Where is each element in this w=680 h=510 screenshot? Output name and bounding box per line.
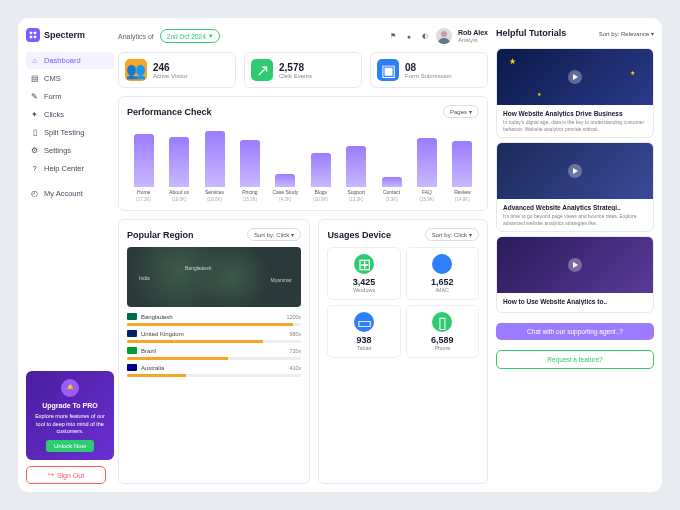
user-info: Rob Alex Analyst	[458, 29, 488, 43]
flag-icon	[127, 364, 137, 371]
device-phone: ▯6,589Phone	[406, 305, 479, 358]
play-icon	[568, 70, 582, 84]
sidebar-item-label: Split Testing	[44, 128, 84, 137]
sidebar-item-label: My Account	[44, 189, 83, 198]
play-icon	[568, 164, 582, 178]
cms-icon: ▤	[30, 74, 39, 83]
sidebar-item-label: CMS	[44, 74, 61, 83]
tutorial-image	[497, 237, 653, 293]
sidebar-item-label: Dashboard	[44, 56, 81, 65]
device-sort[interactable]: Sort by: Click ▾	[425, 228, 479, 241]
chart-filter[interactable]: Pages▾	[443, 105, 479, 118]
sidebar-item-clicks[interactable]: ✦Clicks	[26, 106, 114, 123]
bar-review[interactable]: Review(14.8K)	[446, 141, 479, 202]
split-icon: ▯	[30, 128, 39, 137]
flag-icon	[127, 313, 137, 320]
svg-point-5	[438, 38, 450, 44]
apple-icon	[432, 254, 452, 274]
sidebar-item-label: Clicks	[44, 110, 64, 119]
unlock-button[interactable]: Unlock Now	[46, 440, 94, 452]
analytics-label: Analytics of	[118, 33, 154, 40]
signout-icon: ↪	[48, 471, 54, 479]
promo-title: Upgrade To PRO	[32, 401, 108, 411]
stat-click-events: ↗2,578Click Events	[244, 52, 362, 88]
bar-home[interactable]: Home(17.2K)	[127, 134, 160, 202]
region-row: United Kingdom980x	[127, 330, 301, 343]
flag-icon[interactable]: ⚑	[388, 31, 398, 41]
flag-icon	[127, 347, 137, 354]
bar-contact[interactable]: Contact(3.3K)	[375, 177, 408, 202]
svg-rect-2	[30, 36, 32, 38]
upgrade-promo: 🔔 Upgrade To PRO Explore more features o…	[26, 371, 114, 460]
notification-icon[interactable]: ●	[404, 31, 414, 41]
windows-icon: ⊞	[354, 254, 374, 274]
settings-icon: ⚙	[30, 146, 39, 155]
bar-blogs[interactable]: Blogs(10.9K)	[304, 153, 337, 202]
performance-card: Performance Check Pages▾ Home(17.2K)Abou…	[118, 96, 488, 211]
sidebar-item-form[interactable]: ✎Form	[26, 88, 114, 105]
device-tablet: ▭938Tablet	[327, 305, 400, 358]
svg-rect-0	[30, 32, 32, 34]
request-feature-button[interactable]: Request a feature?	[496, 350, 654, 369]
sign-out-button[interactable]: ↪ Sign Out	[26, 466, 106, 484]
region-row: Bangladesh1200x	[127, 313, 301, 326]
play-icon	[568, 258, 582, 272]
device-windows: ⊞3,425Windows	[327, 247, 400, 300]
theme-icon[interactable]: ◐	[420, 31, 430, 41]
svg-rect-3	[34, 36, 36, 38]
svg-point-4	[441, 31, 447, 37]
stat-active-visitor: 👥246Active Visitor	[118, 52, 236, 88]
chevron-down-icon: ▾	[209, 32, 213, 40]
region-row: Brazil720x	[127, 347, 301, 360]
sidebar-item-help-center[interactable]: ?Help Center	[26, 160, 114, 177]
tutorial-card[interactable]: ★★★How Website Analytics Drive BusinessI…	[496, 48, 654, 138]
tutorials-sort[interactable]: Sort by: Relevance ▾	[599, 30, 654, 37]
flag-icon	[127, 330, 137, 337]
bar-about-us[interactable]: About us(16.0K)	[162, 137, 195, 202]
devices-card: Usages Device Sort by: Click ▾ ⊞3,425Win…	[318, 219, 488, 484]
sidebar-item-label: Settings	[44, 146, 71, 155]
chevron-down-icon: ▾	[469, 108, 472, 115]
chat-button[interactable]: Chat with our supporting agent..?	[496, 323, 654, 340]
tablet-icon: ▭	[354, 312, 374, 332]
bar-services[interactable]: Services(18.0K)	[198, 131, 231, 202]
logo-icon	[26, 28, 40, 42]
bar-pricing[interactable]: Pricing(15.2K)	[233, 140, 266, 202]
region-row: Australia410x	[127, 364, 301, 377]
sidebar-item-split-testing[interactable]: ▯Split Testing	[26, 124, 114, 141]
chart-title: Performance Check	[127, 107, 212, 117]
phone-icon: ▯	[432, 312, 452, 332]
home-icon: ⌂	[30, 56, 39, 65]
tutorial-image: ★★★	[497, 49, 653, 105]
sidebar-item-dashboard[interactable]: ⌂Dashboard	[26, 52, 114, 69]
tutorial-image	[497, 143, 653, 199]
promo-desc: Explore more features of our tool to dee…	[32, 413, 108, 436]
account-icon: ◴	[30, 189, 39, 198]
stat-icon: ▣	[377, 59, 399, 81]
sidebar-item-cms[interactable]: ▤CMS	[26, 70, 114, 87]
logo[interactable]: Specterm	[26, 28, 114, 42]
region-sort[interactable]: Sort by: Click ▾	[247, 228, 301, 241]
bar-support[interactable]: Support(13.3K)	[339, 146, 372, 202]
sidebar-item-label: Help Center	[44, 164, 84, 173]
sidebar-item-settings[interactable]: ⚙Settings	[26, 142, 114, 159]
stat-icon: 👥	[125, 59, 147, 81]
bar-case-study[interactable]: Case Study(4.2K)	[269, 174, 302, 202]
sidebar-item-label: Form	[44, 92, 62, 101]
tutorial-card[interactable]: How to Use Website Analytics to..	[496, 236, 654, 313]
date-picker[interactable]: 2nd Oct 2024 ▾	[160, 29, 220, 43]
stat-form-submission: ▣08Form Submission	[370, 52, 488, 88]
form-icon: ✎	[30, 92, 39, 101]
tutorial-card[interactable]: Advanced Website Analytics Strategi..It'…	[496, 142, 654, 232]
avatar[interactable]	[436, 28, 452, 44]
sidebar-item-my-account[interactable]: ◴ My Account	[26, 185, 114, 202]
help-icon: ?	[30, 164, 39, 173]
stat-icon: ↗	[251, 59, 273, 81]
bar-faq[interactable]: FAQ(15.9K)	[410, 138, 443, 202]
clicks-icon: ✦	[30, 110, 39, 119]
region-card: Popular Region Sort by: Click ▾ India Ba…	[118, 219, 310, 484]
region-map[interactable]: India Bangladesh Myanmar	[127, 247, 301, 307]
tutorials-title: Helpful Tutorials	[496, 28, 566, 38]
svg-rect-1	[34, 32, 36, 34]
promo-icon: 🔔	[61, 379, 79, 397]
